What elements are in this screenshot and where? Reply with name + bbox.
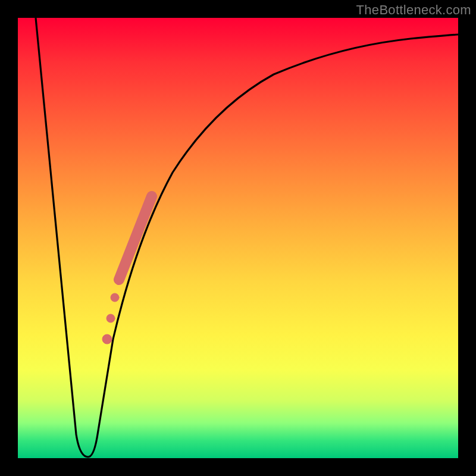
curve-layer — [18, 18, 458, 458]
watermark-text: TheBottleneck.com — [356, 2, 471, 18]
svg-line-0 — [119, 196, 152, 280]
svg-point-1 — [111, 293, 119, 302]
chart-frame: TheBottleneck.com — [0, 0, 476, 476]
plot-area — [18, 18, 458, 458]
bottleneck-curve — [36, 18, 458, 457]
highlight-segment — [102, 196, 152, 344]
svg-point-2 — [107, 314, 115, 322]
svg-point-3 — [102, 334, 112, 344]
